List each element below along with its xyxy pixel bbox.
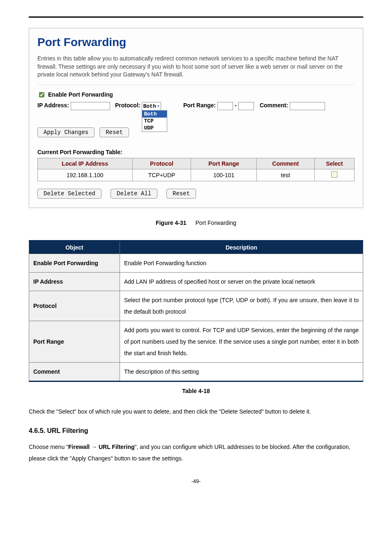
figure-text: Port Forwarding [196,220,237,226]
table-row: 192.168.1.100 TCP+UDP 100-101 test [38,169,355,181]
desc-ip: Add LAN IP address of specified host or … [120,272,363,291]
p2b: Firewall [68,444,91,450]
port-forwarding-table: Local IP Address Protocol Port Range Com… [37,158,355,181]
row-select-checkbox[interactable] [331,171,337,178]
col-protocol: Protocol [132,158,191,169]
cell-select [314,169,354,181]
enable-port-forwarding-label: Enable Port Forwarding [48,91,113,98]
page-title: Port Forwarding [37,36,355,49]
col-port-range: Port Range [191,158,257,169]
para-delete-instruction: Check the "Select" box of which rule you… [29,406,363,417]
col-local-ip: Local IP Address [38,158,133,169]
port-range-dash: - [235,102,237,109]
protocol-option-tcp[interactable]: TCP [142,118,167,125]
obj-port-range: Port Range [29,321,120,362]
section-heading-url-filtering: 4.6.5. URL Filtering [29,427,363,435]
cell-protocol: TCP+UDP [132,169,191,181]
figure-caption: Figure 4-31 Port Forwarding [29,220,363,226]
protocol-option-both[interactable]: Both [142,111,167,118]
col-description: Description [120,240,363,254]
ip-address-input[interactable] [71,102,110,110]
current-table-heading: Current Port Forwarding Table: [37,149,355,155]
protocol-dropdown[interactable]: Both TCP UDP [142,110,167,132]
desc-protocol: Select the port number protocol type (TC… [120,291,363,321]
protocol-select[interactable]: Both ▾ [142,102,161,111]
obj-ip: IP Address [29,272,120,291]
para-url-filtering: Choose menu "Firewall → URL Filtering", … [29,441,363,464]
table-label: Table 4-18 [29,388,363,394]
port-range-label: Port Range: [183,102,216,109]
obj-comment: Comment [29,362,120,381]
p2c: URL Filtering [97,444,135,450]
router-screenshot: Port Forwarding Entries in this table al… [29,28,363,208]
figure-label: Figure 4-31 [156,220,187,226]
description-table: Object Description Enable Port Forwardin… [29,240,363,382]
reset-button[interactable]: Reset [99,127,129,137]
page-number: -49- [29,478,363,484]
comment-input[interactable] [290,102,325,110]
delete-all-button[interactable]: Delete All [111,189,157,199]
enable-port-forwarding-checkbox[interactable] [39,92,44,97]
arrow-icon: → [91,444,97,450]
p2a: Choose menu " [29,444,68,450]
reset-button-2[interactable]: Reset [166,189,196,199]
obj-enable: Enable Port Forwarding [29,254,120,272]
col-select: Select [314,158,354,169]
desc-enable: Enable Port Forwarding function [120,254,363,272]
obj-protocol: Protocol [29,291,120,321]
delete-selected-button[interactable]: Delete Selected [37,189,101,199]
page-top-rule [29,16,363,18]
protocol-option-udp[interactable]: UDP [142,125,167,132]
chevron-down-icon: ▾ [157,103,160,109]
separator [37,85,355,85]
cell-port-range: 100-101 [191,169,257,181]
apply-changes-button[interactable]: Apply Changes [37,127,95,137]
desc-port-range: Add ports you want to control. For TCP a… [120,321,363,362]
protocol-label: Protocol: [115,102,140,109]
desc-comment: The description of this setting [120,362,363,381]
col-object: Object [29,240,120,254]
protocol-selected-value: Both [143,103,156,109]
col-comment: Comment [256,158,314,169]
port-range-start-input[interactable] [217,102,233,110]
port-range-end-input[interactable] [238,102,254,110]
cell-comment: test [256,169,314,181]
intro-text: Entries in this table allow you to autom… [37,55,355,79]
ip-address-label: IP Address: [37,102,69,109]
cell-ip: 192.168.1.100 [38,169,133,181]
comment-label: Comment: [260,102,288,109]
